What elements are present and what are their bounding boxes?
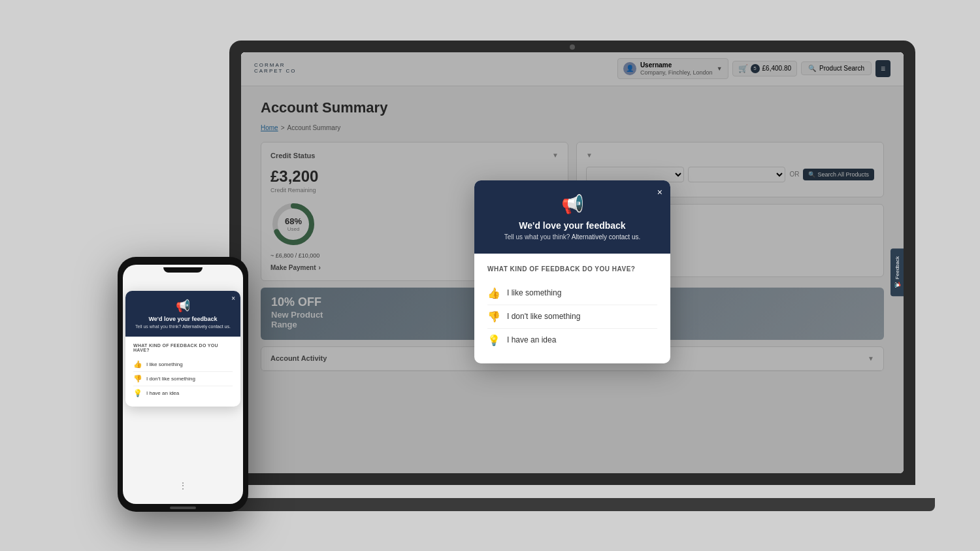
laptop-camera xyxy=(570,44,575,50)
scene: CORMAR CARPET CO 👤 Username Company, Fin… xyxy=(0,0,980,551)
modal-body: WHAT KIND OF FEEDBACK DO YOU HAVE? 👍 I l… xyxy=(474,254,670,363)
feedback-like-label: I like something xyxy=(507,288,561,297)
phone-modal-body: WHAT KIND OF FEEDBACK DO YOU HAVE? 👍 I l… xyxy=(125,337,240,407)
feedback-tab-label: Feedback xyxy=(894,256,900,279)
phone-feedback-like-label: I like something xyxy=(146,361,183,367)
feedback-idea-label: I have an idea xyxy=(507,335,556,344)
feedback-option-dislike[interactable]: 👎 I don't like something xyxy=(487,305,657,329)
modal-header: 📢 We'd love your feedback Tell us what y… xyxy=(474,180,670,254)
modal-close-button[interactable]: × xyxy=(657,187,662,197)
feedback-option-like[interactable]: 👍 I like something xyxy=(487,282,657,305)
phone-notch xyxy=(163,267,203,273)
phone-modal-question: WHAT KIND OF FEEDBACK DO YOU HAVE? xyxy=(133,343,233,352)
modal-contact-link[interactable]: Alternatively contact us. xyxy=(572,233,641,241)
phone-modal-title: We'd love your feedback xyxy=(133,316,233,322)
laptop-screen: CORMAR CARPET CO 👤 Username Company, Fin… xyxy=(241,52,904,473)
phone-feedback-modal: 📢 We'd love your feedback Tell us what y… xyxy=(125,291,240,407)
laptop: CORMAR CARPET CO 👤 Username Company, Fin… xyxy=(229,41,915,511)
phone-feedback-dislike-label: I don't like something xyxy=(146,376,195,382)
modal-megaphone-icon: 📢 xyxy=(487,193,657,215)
phone-thumbs-down-icon: 👎 xyxy=(133,375,142,383)
megaphone-icon: 📢 xyxy=(894,282,900,288)
thumbs-down-icon: 👎 xyxy=(487,310,500,323)
phone: 📢 We'd love your feedback Tell us what y… xyxy=(118,257,248,512)
feedback-modal: 📢 We'd love your feedback Tell us what y… xyxy=(474,180,670,363)
phone-lightbulb-icon: 💡 xyxy=(133,389,142,397)
feedback-dislike-label: I don't like something xyxy=(507,312,580,321)
phone-modal-megaphone-icon: 📢 xyxy=(133,299,233,313)
feedback-option-idea[interactable]: 💡 I have an idea xyxy=(487,329,657,352)
modal-subtitle: Tell us what you think? Alternatively co… xyxy=(487,233,657,241)
phone-modal-subtitle-text: Tell us what you think? xyxy=(135,324,181,329)
laptop-base xyxy=(210,498,935,511)
website: CORMAR CARPET CO 👤 Username Company, Fin… xyxy=(241,52,904,473)
phone-modal-header: 📢 We'd love your feedback Tell us what y… xyxy=(125,291,240,337)
phone-more-icon[interactable]: ⋮ xyxy=(178,480,188,491)
modal-title: We'd love your feedback xyxy=(487,220,657,231)
phone-home-button xyxy=(170,507,196,509)
phone-screen: 📢 We'd love your feedback Tell us what y… xyxy=(123,265,243,504)
lightbulb-icon: 💡 xyxy=(487,334,500,346)
modal-subtitle-text: Tell us what you think? xyxy=(504,233,570,241)
phone-modal-contact-link[interactable]: Alternatively contact us. xyxy=(182,324,231,329)
phone-feedback-like[interactable]: 👍 I like something xyxy=(133,358,233,372)
phone-thumbs-up-icon: 👍 xyxy=(133,360,142,369)
thumbs-up-icon: 👍 xyxy=(487,287,500,299)
phone-modal-close-button[interactable]: × xyxy=(231,295,235,302)
feedback-tab[interactable]: 📢 Feedback xyxy=(890,248,904,296)
phone-feedback-idea[interactable]: 💡 I have an idea xyxy=(133,386,233,400)
phone-modal-subtitle: Tell us what you think? Alternatively co… xyxy=(133,324,233,329)
phone-feedback-dislike[interactable]: 👎 I don't like something xyxy=(133,372,233,386)
modal-question: WHAT KIND OF FEEDBACK DO YOU HAVE? xyxy=(487,265,657,273)
laptop-body: CORMAR CARPET CO 👤 Username Company, Fin… xyxy=(229,41,915,485)
phone-feedback-idea-label: I have an idea xyxy=(146,390,179,396)
